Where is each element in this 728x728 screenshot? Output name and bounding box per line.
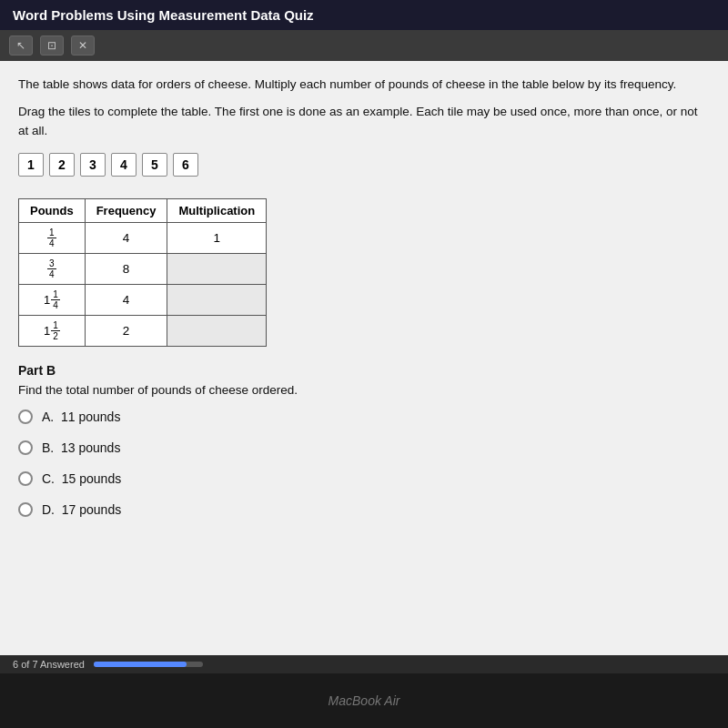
frequency-cell-2: 8 xyxy=(85,253,167,284)
table-row: 1 4 4 1 xyxy=(19,222,267,253)
table-container: Pounds Frequency Multiplication 1 4 4 1 xyxy=(18,198,710,347)
multiplication-drop-4[interactable] xyxy=(167,315,267,346)
instructions-line2: Drag the tiles to complete the table. Th… xyxy=(18,103,710,140)
progress-bar-bg xyxy=(94,662,203,667)
tile-2[interactable]: 2 xyxy=(49,153,75,177)
bottom-bar: 6 of 7 Answered xyxy=(0,655,728,673)
option-c-label: C. 15 pounds xyxy=(42,471,121,486)
macbook-label: MacBook Air xyxy=(329,693,400,708)
close-btn[interactable]: ✕ xyxy=(71,35,95,56)
col-multiplication: Multiplication xyxy=(167,198,267,222)
progress-label: 6 of 7 Answered xyxy=(13,659,85,670)
part-b-label: Part B xyxy=(18,363,710,378)
copy-btn[interactable]: ⊡ xyxy=(40,35,64,56)
multiplication-cell-1: 1 xyxy=(167,222,267,253)
radio-d[interactable] xyxy=(18,502,33,517)
frequency-cell-4: 2 xyxy=(85,315,167,346)
instructions-line1: The table shows data for orders of chees… xyxy=(18,76,710,94)
page-title: Word Problems Using Measurement Data Qui… xyxy=(13,7,314,23)
radio-c[interactable] xyxy=(18,471,33,486)
option-b-label: B. 13 pounds xyxy=(42,440,120,455)
title-bar: Word Problems Using Measurement Data Qui… xyxy=(0,0,728,30)
pounds-cell-1: 1 4 xyxy=(19,222,86,253)
option-c[interactable]: C. 15 pounds xyxy=(18,471,710,486)
table-row: 1 1 2 2 xyxy=(19,315,267,346)
pounds-cell-4: 1 1 2 xyxy=(19,315,86,346)
frequency-cell-3: 4 xyxy=(85,284,167,315)
laptop-bottom: MacBook Air xyxy=(0,673,728,728)
tile-4[interactable]: 4 xyxy=(111,153,136,177)
pounds-cell-3: 1 1 4 xyxy=(19,284,86,315)
tile-1[interactable]: 1 xyxy=(18,153,44,177)
tile-5[interactable]: 5 xyxy=(142,153,167,177)
option-d[interactable]: D. 17 pounds xyxy=(18,502,710,517)
col-pounds: Pounds xyxy=(19,198,86,222)
multiplication-drop-2[interactable] xyxy=(167,253,267,284)
radio-a[interactable] xyxy=(18,410,33,424)
cursor-btn[interactable]: ↖ xyxy=(9,35,33,56)
option-b[interactable]: B. 13 pounds xyxy=(18,440,710,455)
radio-b[interactable] xyxy=(18,440,33,455)
table-row: 3 4 8 xyxy=(19,253,267,284)
data-table: Pounds Frequency Multiplication 1 4 4 1 xyxy=(18,198,267,347)
option-a-label: A. 11 pounds xyxy=(42,410,120,424)
option-a[interactable]: A. 11 pounds xyxy=(18,410,710,424)
pounds-cell-2: 3 4 xyxy=(19,253,86,284)
tiles-row: 1 2 3 4 5 6 xyxy=(18,153,710,177)
tile-3[interactable]: 3 xyxy=(80,153,106,177)
option-d-label: D. 17 pounds xyxy=(42,502,121,517)
col-frequency: Frequency xyxy=(85,198,167,222)
multiplication-drop-3[interactable] xyxy=(167,284,267,315)
tile-6[interactable]: 6 xyxy=(173,153,198,177)
table-row: 1 1 4 4 xyxy=(19,284,267,315)
progress-bar-fill xyxy=(94,662,187,667)
content-area: The table shows data for orders of chees… xyxy=(0,61,728,655)
browser-toolbar: ↖ ⊡ ✕ xyxy=(0,30,728,61)
frequency-cell-1: 4 xyxy=(85,222,167,253)
part-b-question: Find the total number of pounds of chees… xyxy=(18,383,710,397)
